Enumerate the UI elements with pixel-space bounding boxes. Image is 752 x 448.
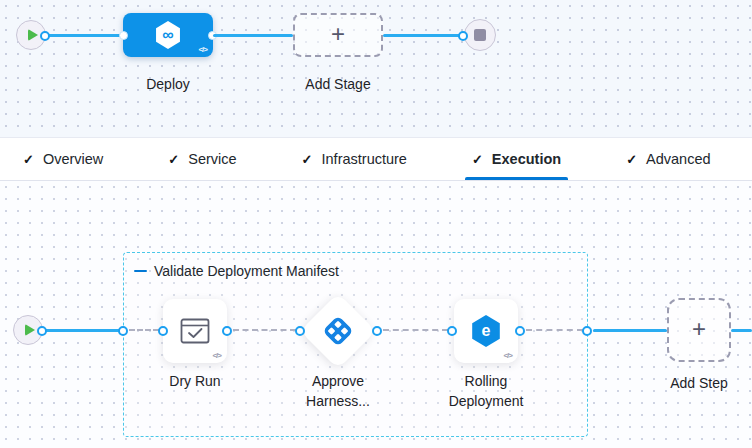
stop-icon [474,29,486,41]
rolling-letter-glyph: e [482,323,491,339]
approval-icon [319,312,357,350]
collapse-dash-icon[interactable] [134,270,147,273]
tab-execution[interactable]: ✓ Execution [467,138,566,180]
play-icon [25,324,35,336]
pipeline-studio: ∞ </> + Deploy Add Stage ✓ Overview ✓ Se… [0,0,752,448]
connector-line-dashed [233,329,296,331]
stage-config-tabs: ✓ Overview ✓ Service ✓ Infrastructure ✓ … [0,138,752,181]
connector-port[interactable] [222,326,232,336]
pipeline-end-node [464,19,496,51]
tab-label: Execution [492,151,561,167]
connector-port[interactable] [295,326,305,336]
check-icon: ✓ [472,153,483,166]
connector-port[interactable] [582,326,592,336]
harness-pipeline-icon: ∞ [155,21,181,49]
add-stage-button[interactable]: + [293,13,383,57]
connector-line [47,34,125,37]
step-group-title: Validate Deployment Manifest [154,263,339,279]
connector-line [731,329,752,332]
node-port[interactable] [119,31,128,40]
connector-line-dashed [526,329,583,331]
code-view-toggle-icon[interactable]: </> [198,45,207,54]
stage-node-deploy[interactable]: ∞ </> [123,13,213,57]
check-icon: ✓ [168,153,179,166]
tab-label: Advanced [646,151,711,167]
label-line: Approve [288,371,388,391]
check-icon: ✓ [626,153,637,166]
tab-label: Infrastructure [322,151,407,167]
tab-advanced[interactable]: ✓ Advanced [621,138,715,180]
code-view-toggle-icon[interactable]: </> [212,351,221,360]
plus-icon: + [692,317,706,341]
connector-line [383,34,462,37]
tab-label: Service [188,151,236,167]
check-icon: ✓ [23,153,34,166]
connector-line [593,329,667,332]
plus-icon: + [331,22,345,46]
connector-port[interactable] [37,326,47,336]
step-label-dry-run: Dry Run [155,371,235,391]
add-step-button[interactable]: + [667,298,731,362]
connector-line-dashed [129,329,159,331]
step-node-dry-run[interactable]: </> [163,299,227,363]
dry-run-icon [180,318,210,344]
connector-port[interactable] [40,31,50,41]
connector-port[interactable] [458,31,468,41]
connector-port[interactable] [372,326,382,336]
step-group-header[interactable]: Validate Deployment Manifest [134,263,339,279]
tab-overview[interactable]: ✓ Overview [18,138,108,180]
stage-label-add-stage: Add Stage [288,74,388,94]
check-icon: ✓ [302,153,313,166]
connector-port[interactable] [158,326,168,336]
stage-graph-canvas[interactable]: ∞ </> + Deploy Add Stage [0,0,752,138]
step-label-add-step: Add Step [659,373,739,393]
tab-label: Overview [43,151,103,167]
label-line: Rolling [436,371,536,391]
label-line: Harness... [288,391,388,411]
step-node-rolling-deployment[interactable]: e </> [454,299,518,363]
code-view-toggle-icon[interactable]: </> [503,351,512,360]
connector-line-dashed [383,329,448,331]
play-icon [28,29,38,41]
connector-port[interactable] [118,326,128,336]
tab-service[interactable]: ✓ Service [163,138,241,180]
step-label-approve: Approve Harness... [288,371,388,411]
connector-line [44,329,123,332]
label-line: Deployment [436,391,536,411]
connector-port[interactable] [447,326,457,336]
stage-label-deploy: Deploy [118,74,218,94]
rolling-deployment-icon: e [471,315,501,347]
active-tab-underline [465,177,568,180]
infinity-glyph: ∞ [162,27,173,43]
step-label-rolling: Rolling Deployment [436,371,536,411]
connector-port[interactable] [515,326,525,336]
execution-graph-canvas[interactable]: Validate Deployment Manifest [0,181,752,448]
tab-infrastructure[interactable]: ✓ Infrastructure [297,138,412,180]
connector-line [213,34,293,37]
